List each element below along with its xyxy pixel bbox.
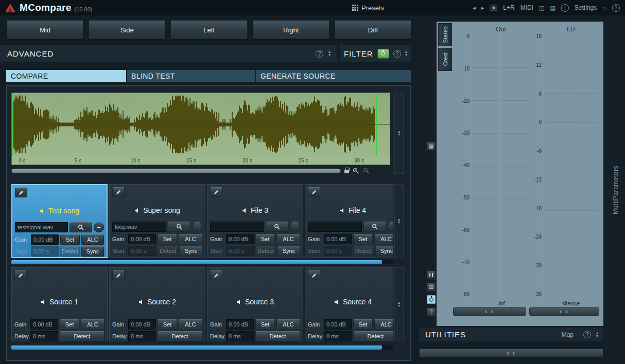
channel-button-left[interactable]: Left bbox=[170, 21, 247, 39]
delay-value-field[interactable]: 0 ms bbox=[30, 331, 58, 341]
sync-button[interactable]: Sync bbox=[180, 246, 202, 256]
tab-compare[interactable]: COMPARE bbox=[6, 70, 127, 82]
map-label[interactable]: Map bbox=[562, 331, 574, 338]
zoom-in-icon[interactable] bbox=[353, 168, 359, 174]
alc-button[interactable]: ALC bbox=[179, 319, 202, 330]
edit-name-button[interactable] bbox=[112, 270, 125, 280]
source-slot-2[interactable]: Source 2 Gain 0.00 dB Set ALC Delay 0 ms… bbox=[109, 267, 205, 341]
detect-button[interactable]: Detect bbox=[158, 331, 202, 341]
file-slot-test-song[interactable]: Test song testsignal.wav − Gain 0.00 dB … bbox=[11, 184, 108, 258]
gain-value-field[interactable]: 0.00 dB bbox=[31, 234, 59, 245]
advanced-help-icon[interactable]: ? bbox=[316, 50, 323, 58]
alc-button[interactable]: ALC bbox=[374, 234, 393, 244]
detect-button[interactable]: Detect bbox=[353, 246, 374, 256]
sources-scrollbar[interactable] bbox=[11, 345, 393, 350]
alc-button[interactable]: ALC bbox=[374, 319, 393, 330]
detect-button[interactable]: Detect bbox=[353, 331, 393, 341]
set-gain-button[interactable]: Set bbox=[255, 319, 275, 330]
plugin-window-icon[interactable]: ◫ bbox=[539, 5, 544, 11]
gain-value-field[interactable]: 0.00 dB bbox=[226, 234, 254, 244]
detect-button[interactable]: Detect bbox=[60, 331, 105, 341]
channel-button-side[interactable]: Side bbox=[89, 21, 165, 39]
advanced-section-header[interactable]: ADVANCED ? ▴▾ bbox=[0, 45, 337, 62]
browse-file-button[interactable] bbox=[168, 222, 190, 232]
filter-power-button[interactable] bbox=[377, 49, 389, 59]
set-gain-button[interactable]: Set bbox=[60, 319, 79, 330]
record-automation-icon[interactable] bbox=[490, 5, 497, 11]
preset-list-icon[interactable]: ▤ bbox=[550, 5, 555, 11]
set-gain-button[interactable]: Set bbox=[158, 234, 177, 244]
alc-button[interactable]: ALC bbox=[179, 234, 202, 244]
pause-button[interactable] bbox=[427, 270, 436, 279]
loop-start-marker[interactable] bbox=[12, 93, 13, 156]
sources-resize-strip[interactable]: ▴▾ bbox=[394, 267, 404, 341]
waveform-scrollbar[interactable] bbox=[11, 169, 341, 173]
set-gain-button[interactable]: Set bbox=[158, 319, 177, 330]
home-icon[interactable]: ⌂ bbox=[602, 4, 606, 12]
edit-name-button[interactable] bbox=[210, 187, 222, 197]
tab-generate-source[interactable]: GENERATE SOURCE bbox=[256, 70, 411, 82]
utilities-help-icon[interactable]: ? bbox=[583, 331, 591, 338]
gain-value-field[interactable]: 0.00 dB bbox=[30, 319, 58, 330]
meter-power-button[interactable] bbox=[427, 295, 436, 304]
files-scrollbar-thumb[interactable] bbox=[11, 260, 382, 264]
detect-button[interactable]: Detect bbox=[255, 331, 300, 341]
file-slot-4[interactable]: File 4 − Gain 0.00 dB Set ALC Start 0.00… bbox=[305, 184, 393, 258]
meter-help-button[interactable]: ? bbox=[427, 307, 436, 316]
detect-button[interactable]: Detect bbox=[158, 246, 178, 256]
help-icon[interactable]: ? bbox=[612, 4, 620, 12]
meter-layout-button[interactable]: ⊞ bbox=[427, 283, 436, 292]
edit-name-button[interactable] bbox=[112, 187, 125, 197]
lock-icon[interactable] bbox=[344, 170, 349, 173]
gain-value-field[interactable]: 0.00 dB bbox=[128, 234, 156, 244]
file-slot-3[interactable]: File 3 − Gain 0.00 dB Set ALC Start 0.00… bbox=[207, 184, 303, 258]
loop-end-marker[interactable] bbox=[376, 93, 377, 156]
midi-button[interactable]: MIDI bbox=[520, 4, 533, 11]
source-slot-4[interactable]: Source 4 Gain 0.00 dB Set ALC Delay 0 ms… bbox=[305, 267, 393, 341]
start-value-field[interactable]: 0.00 s bbox=[226, 246, 254, 256]
detect-button[interactable]: Detect bbox=[60, 246, 80, 257]
remove-file-button[interactable]: − bbox=[192, 222, 202, 232]
gain-value-field[interactable]: 0.00 dB bbox=[226, 319, 254, 330]
browse-file-button[interactable] bbox=[266, 222, 288, 232]
filename-field[interactable] bbox=[308, 222, 362, 232]
sync-button[interactable]: Sync bbox=[277, 246, 300, 256]
presets-button[interactable]: Presets bbox=[352, 0, 384, 15]
delay-value-field[interactable]: 0 ms bbox=[226, 331, 254, 341]
channel-button-diff[interactable]: Diff bbox=[335, 21, 411, 39]
filename-field[interactable] bbox=[210, 222, 264, 232]
files-resize-strip[interactable]: ▴▾ bbox=[394, 184, 404, 258]
detect-button[interactable]: Detect bbox=[255, 246, 276, 256]
sources-scrollbar-thumb[interactable] bbox=[11, 345, 382, 350]
alc-button[interactable]: ALC bbox=[81, 319, 105, 330]
channel-button-mid[interactable]: Mid bbox=[7, 21, 83, 39]
edit-name-button[interactable] bbox=[15, 188, 27, 197]
next-preset-icon[interactable]: ▸ bbox=[481, 5, 484, 11]
filter-help-icon[interactable]: ? bbox=[393, 50, 401, 58]
filter-section-header[interactable]: FILTER ? ▴▾ bbox=[340, 45, 411, 62]
utilities-section-header[interactable]: UTILITIES Map ? ▴▾ bbox=[419, 327, 603, 341]
filename-field[interactable]: loop.wav bbox=[112, 222, 166, 232]
source-slot-1[interactable]: Source 1 Gain 0.00 dB Set ALC Delay 0 ms… bbox=[11, 267, 108, 341]
set-gain-button[interactable]: Set bbox=[60, 234, 80, 245]
edit-name-button[interactable] bbox=[308, 187, 320, 197]
delay-value-field[interactable]: 0 ms bbox=[324, 331, 352, 341]
gain-value-field[interactable]: 0.00 dB bbox=[324, 234, 352, 244]
channel-mode-button[interactable]: L+R bbox=[503, 4, 514, 11]
advanced-collapse-control[interactable]: ▴▾ bbox=[328, 50, 331, 57]
edit-name-button[interactable] bbox=[14, 270, 27, 280]
gain-value-field[interactable]: 0.00 dB bbox=[128, 319, 156, 330]
alc-button[interactable]: ALC bbox=[276, 319, 300, 330]
prev-preset-icon[interactable]: ◂ bbox=[473, 5, 476, 11]
right-pane-scrollbar[interactable]: ‹ › bbox=[419, 349, 603, 357]
delay-value-field[interactable]: 0 ms bbox=[128, 331, 156, 341]
browse-file-button[interactable] bbox=[70, 222, 92, 232]
set-gain-button[interactable]: Set bbox=[353, 319, 373, 330]
alert-icon[interactable]: ! bbox=[561, 4, 569, 12]
remove-file-button[interactable]: − bbox=[388, 222, 393, 232]
settings-button[interactable]: Settings bbox=[575, 4, 597, 11]
zoom-out-icon[interactable] bbox=[363, 168, 370, 174]
start-value-field[interactable]: 0.00 s bbox=[128, 246, 156, 256]
files-scrollbar[interactable] bbox=[11, 260, 393, 264]
start-value-field[interactable]: 0.00 s bbox=[31, 246, 59, 257]
